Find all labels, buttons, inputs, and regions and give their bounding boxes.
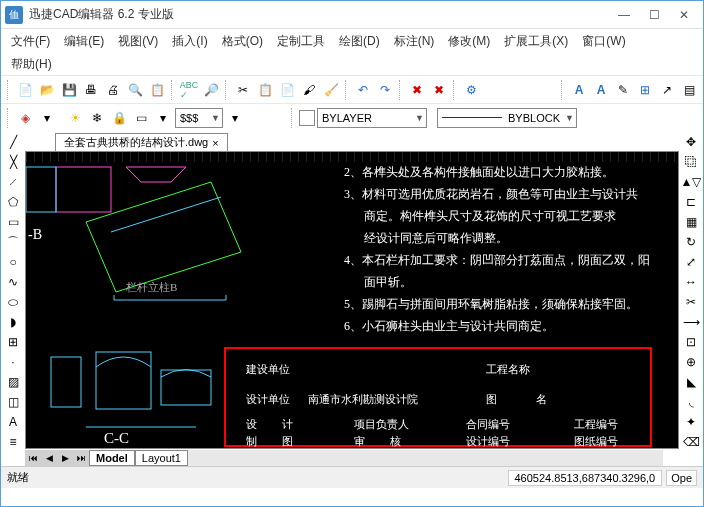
scale-tool[interactable]: ⤢ [681,253,701,271]
linetype-value: BYBLOCK [508,112,560,124]
offset-tool[interactable]: ⊏ [681,193,701,211]
color-combo[interactable]: BYLAYER▼ [317,108,427,128]
menu-modify[interactable]: 修改(M) [442,31,496,52]
save-as-button[interactable]: 🖶 [81,80,101,100]
document-tab[interactable]: 全套古典拱桥的结构设计.dwg × [55,133,228,151]
undo-button[interactable]: ↶ [353,80,373,100]
note-2: 2、各榫头处及各构件接触面处以进口大力胶粘接。 [344,164,614,181]
new-button[interactable]: 📄 [15,80,35,100]
join-tool[interactable]: ⊕ [681,353,701,371]
text-a2-button[interactable]: A [591,80,611,100]
maximize-button[interactable]: ☐ [639,5,669,25]
rotate-tool[interactable]: ↻ [681,233,701,251]
tab-last-button[interactable]: ⏭ [73,450,89,466]
table-button[interactable]: ▤ [679,80,699,100]
spell-button[interactable]: ABC✓ [179,80,199,100]
xline-tool[interactable]: ╳ [3,153,23,171]
separator [345,80,349,100]
save-button[interactable]: 💾 [59,80,79,100]
polyline-tool[interactable]: ⟋ [3,173,23,191]
redraw-button[interactable]: ✖ [429,80,449,100]
cancel-render-button[interactable]: ✖ [407,80,427,100]
tb-design-label-2: 计 [282,417,293,432]
fillet-tool[interactable]: ◟ [681,393,701,411]
explode-tool[interactable]: ✦ [681,413,701,431]
layer-off-button[interactable]: ▭ [131,108,151,128]
text-tool-button[interactable]: ✎ [613,80,633,100]
move-tool[interactable]: ✥ [681,133,701,151]
layer-color-button[interactable]: ▾ [153,108,173,128]
spline-tool[interactable]: ∿ [3,273,23,291]
tb-drawing-no-label: 图纸编号 [574,434,618,449]
layout-tab-model[interactable]: Model [89,450,135,466]
rectangle-tool[interactable]: ▭ [3,213,23,231]
cut-button[interactable]: ✂ [233,80,253,100]
array-tool[interactable]: ▦ [681,213,701,231]
status-options[interactable]: Ope [666,470,697,486]
layer-name-combo[interactable]: $$$▼ [175,108,223,128]
redo-button[interactable]: ↷ [375,80,395,100]
erase-tool[interactable]: ⌫ [681,433,701,451]
layer-freeze-button[interactable]: ❄ [87,108,107,128]
ellipse-tool[interactable]: ⬭ [3,293,23,311]
menu-window[interactable]: 窗口(W) [576,31,631,52]
menu-annotate[interactable]: 标注(N) [388,31,441,52]
arc-tool[interactable]: ⌒ [3,233,23,251]
layout-tab-layout1[interactable]: Layout1 [135,450,188,466]
find-button[interactable]: 🔎 [201,80,221,100]
point-tool[interactable]: · [3,353,23,371]
polygon-tool[interactable]: ⬠ [3,193,23,211]
print-button[interactable]: 🖨 [103,80,123,100]
menubar: 文件(F) 编辑(E) 视图(V) 插入(I) 格式(O) 定制工具 绘图(D)… [1,29,703,53]
menu-draw[interactable]: 绘图(D) [333,31,386,52]
copy-button[interactable]: 📋 [255,80,275,100]
plot-button[interactable]: 📋 [147,80,167,100]
text-tool[interactable]: A [3,413,23,431]
print-preview-button[interactable]: 🔍 [125,80,145,100]
minimize-button[interactable]: — [609,5,639,25]
region-tool[interactable]: ◫ [3,393,23,411]
settings-button[interactable]: ⚙ [461,80,481,100]
text-a1-button[interactable]: A [569,80,589,100]
layer-lock-button[interactable]: 🔒 [109,108,129,128]
leader-button[interactable]: ↗ [657,80,677,100]
menu-ext-tools[interactable]: 扩展工具(X) [498,31,574,52]
open-button[interactable]: 📂 [37,80,57,100]
line-tool[interactable]: ╱ [3,133,23,151]
linetype-combo[interactable]: BYBLOCK ▼ [437,108,577,128]
block-tool[interactable]: ⊞ [3,333,23,351]
paste-button[interactable]: 📄 [277,80,297,100]
menu-edit[interactable]: 编辑(E) [58,31,110,52]
layer-dropdown-button[interactable]: ▾ [37,108,57,128]
close-button[interactable]: ✕ [669,5,699,25]
dim-button[interactable]: ⊞ [635,80,655,100]
extend-tool[interactable]: ⟶ [681,313,701,331]
layer-manager-button[interactable]: ◈ [15,108,35,128]
menu-insert[interactable]: 插入(I) [166,31,213,52]
drawing-canvas[interactable]: -B 栏杆立柱B C-C 2、各榫头处及各构件接触面处以进口大力胶粘接。 3、材… [25,151,679,449]
hatch-tool[interactable]: ▨ [3,373,23,391]
chamfer-tool[interactable]: ◣ [681,373,701,391]
document-tab-close[interactable]: × [212,137,218,149]
menu-custom-tools[interactable]: 定制工具 [271,31,331,52]
tab-next-button[interactable]: ▶ [57,450,73,466]
menu-file[interactable]: 文件(F) [5,31,56,52]
menu-format[interactable]: 格式(O) [216,31,269,52]
trim-tool[interactable]: ✂ [681,293,701,311]
tab-prev-button[interactable]: ◀ [41,450,57,466]
circle-tool[interactable]: ○ [3,253,23,271]
copy-tool[interactable]: ⿻ [681,153,701,171]
layer-prev-button[interactable]: ▾ [225,108,245,128]
menu-help[interactable]: 帮助(H) [11,56,52,73]
layer-state-button[interactable]: ☀ [65,108,85,128]
tab-first-button[interactable]: ⏮ [25,450,41,466]
match-button[interactable]: 🖌 [299,80,319,100]
erase-button[interactable]: 🧹 [321,80,341,100]
current-color-swatch[interactable] [299,110,315,126]
break-tool[interactable]: ⊡ [681,333,701,351]
ellipse-arc-tool[interactable]: ◗ [3,313,23,331]
stretch-tool[interactable]: ↔ [681,273,701,291]
menu-view[interactable]: 视图(V) [112,31,164,52]
mline-tool[interactable]: ≡ [3,433,23,451]
mirror-tool[interactable]: ▲▽ [681,173,701,191]
